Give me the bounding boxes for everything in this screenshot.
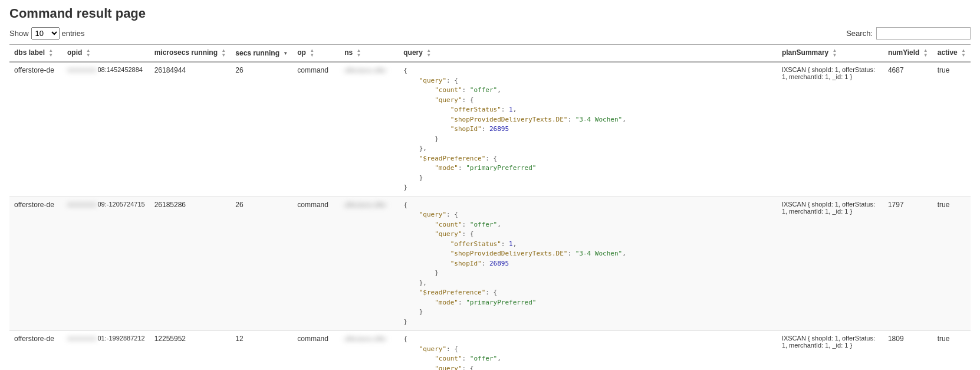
cell-numyield: 4687 [883, 62, 933, 197]
cell-active: true [933, 197, 971, 331]
table-row: offerstore-dexxxxxxxxx08:145245288426184… [9, 62, 971, 197]
search-box: Search: [846, 27, 971, 40]
cell-numyield: 1797 [883, 197, 933, 331]
sort-arrows-dbs[interactable]: ▲▼ [48, 48, 53, 58]
col-header-numyield[interactable]: numYield ▲▼ [883, 45, 933, 63]
cell-op: command [292, 62, 340, 197]
cell-numyield: 1809 [883, 331, 933, 371]
results-table: dbs label ▲▼ opid ▲▼ microsecs running ▲… [9, 44, 971, 370]
sort-arrows-plan[interactable]: ▲▼ [833, 48, 837, 58]
sort-arrows-secs[interactable]: ▼ [283, 51, 288, 56]
opid-blurred-part: xxxxxxxxx [67, 201, 97, 208]
cell-plan-summary: IXSCAN { shopId: 1, offerStatus: 1, merc… [777, 62, 883, 197]
table-row: offerstore-dexxxxxxxxx09:-12057247152618… [9, 197, 971, 331]
cell-plan-summary: IXSCAN { shopId: 1, offerStatus: 1, merc… [777, 331, 883, 371]
cell-microsecs: 26184944 [150, 62, 231, 197]
opid-number: 01:-1992887212 [98, 335, 145, 342]
col-header-dbs[interactable]: dbs label ▲▼ [9, 45, 63, 63]
cell-active: true [933, 331, 971, 371]
cell-dbs-label: offerstore-de [9, 331, 63, 371]
col-header-active[interactable]: active ▲▼ [933, 45, 971, 63]
show-entries-control: Show 10 25 50 100 entries [9, 27, 85, 40]
col-header-opid[interactable]: opid ▲▼ [63, 45, 150, 63]
sort-arrows-op[interactable]: ▲▼ [310, 48, 314, 58]
cell-ns: offerstore.offer [340, 331, 399, 371]
opid-number: 09:-1205724715 [98, 201, 145, 208]
sort-arrows-numyield[interactable]: ▲▼ [923, 48, 928, 58]
page-title: Command result page [9, 6, 971, 21]
sort-arrows-query[interactable]: ▲▼ [426, 48, 431, 58]
cell-secs: 12 [231, 331, 292, 371]
cell-microsecs: 12255952 [150, 331, 231, 371]
cell-query: { "query": { "count": "offer", "query": … [399, 197, 777, 331]
show-label: Show [9, 29, 29, 38]
cell-op: command [292, 331, 340, 371]
col-header-op[interactable]: op ▲▼ [292, 45, 340, 63]
table-row: offerstore-dexxxxxxxxx01:-19928872121225… [9, 331, 971, 371]
sort-arrows-microsecs[interactable]: ▲▼ [221, 48, 226, 58]
table-controls: Show 10 25 50 100 entries Search: [9, 27, 971, 40]
cell-plan-summary: IXSCAN { shopId: 1, offerStatus: 1, merc… [777, 197, 883, 331]
search-label: Search: [846, 29, 873, 38]
cell-dbs-label: offerstore-de [9, 197, 63, 331]
col-header-ns[interactable]: ns ▲▼ [340, 45, 399, 63]
cell-secs: 26 [231, 62, 292, 197]
col-header-plan[interactable]: planSummary ▲▼ [777, 45, 883, 63]
col-header-query[interactable]: query ▲▼ [399, 45, 777, 63]
cell-dbs-label: offerstore-de [9, 62, 63, 197]
cell-active: true [933, 62, 971, 197]
cell-op: command [292, 197, 340, 331]
col-header-secs[interactable]: secs running ▼ [231, 45, 292, 63]
entries-label: entries [62, 29, 85, 38]
cell-opid: xxxxxxxxx08:1452452884 [63, 62, 150, 197]
cell-query: { "query": { "count": "offer", "query": … [399, 62, 777, 197]
cell-query: { "query": { "count": "offer", "query": … [399, 331, 777, 371]
ns-blurred: offerstore.offer [344, 335, 386, 342]
col-header-microsecs[interactable]: microsecs running ▲▼ [150, 45, 231, 63]
opid-blurred-part: xxxxxxxxx [67, 66, 97, 73]
ns-blurred: offerstore.offer [344, 201, 386, 208]
cell-ns: offerstore.offer [340, 62, 399, 197]
cell-secs: 26 [231, 197, 292, 331]
sort-arrows-opid[interactable]: ▲▼ [86, 48, 91, 58]
sort-arrows-active[interactable]: ▲▼ [961, 48, 966, 58]
cell-microsecs: 26185286 [150, 197, 231, 331]
cell-opid: xxxxxxxxx09:-1205724715 [63, 197, 150, 331]
cell-opid: xxxxxxxxx01:-1992887212 [63, 331, 150, 371]
sort-arrows-ns[interactable]: ▲▼ [357, 48, 361, 58]
table-header-row: dbs label ▲▼ opid ▲▼ microsecs running ▲… [9, 45, 971, 63]
search-input[interactable] [876, 27, 971, 40]
cell-ns: offerstore.offer [340, 197, 399, 331]
ns-blurred: offerstore.offer [344, 67, 386, 74]
entries-select[interactable]: 10 25 50 100 [31, 27, 60, 40]
opid-blurred-part: xxxxxxxxx [67, 335, 97, 342]
opid-number: 08:1452452884 [98, 66, 143, 73]
